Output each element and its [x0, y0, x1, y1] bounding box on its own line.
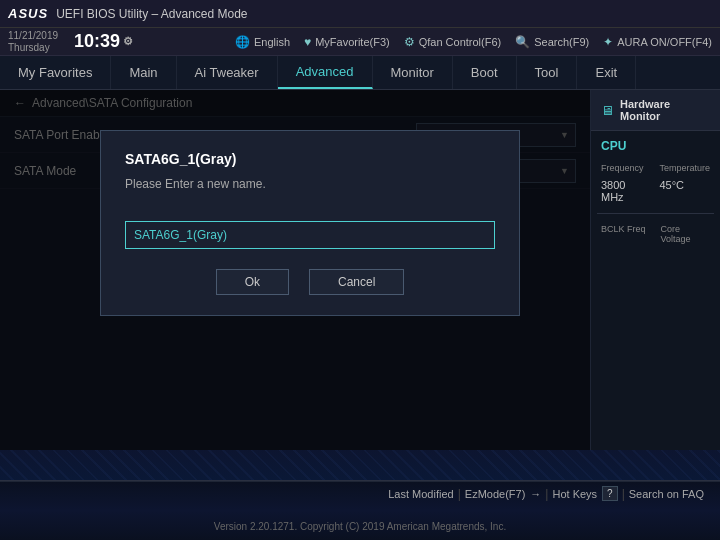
dialog-overlay: SATA6G_1(Gray) Please Enter a new name. …	[0, 90, 590, 480]
search-faq-label: Search on FAQ	[629, 488, 704, 500]
panel-header: 🖥 Hardware Monitor	[591, 90, 720, 131]
footer-pattern	[0, 450, 720, 480]
dialog-description: Please Enter a new name.	[125, 177, 495, 191]
dialog-input[interactable]	[125, 221, 495, 249]
search-label: Search(F9)	[534, 36, 589, 48]
toolbar-items: 🌐 English ♥ MyFavorite(F3) ⚙ Qfan Contro…	[235, 35, 712, 49]
bclk-label: BCLK Freq	[601, 224, 651, 234]
qfan-label: Qfan Control(F6)	[419, 36, 502, 48]
header-bar: ASUS UEFI BIOS Utility – Advanced Mode	[0, 0, 720, 28]
hardware-monitor-panel: 🖥 Hardware Monitor CPU Frequency Tempera…	[590, 90, 720, 480]
language-icon: 🌐	[235, 35, 250, 49]
aura-icon: ✦	[603, 35, 613, 49]
bios-title: UEFI BIOS Utility – Advanced Mode	[56, 7, 247, 21]
asus-logo: ASUS	[8, 6, 48, 21]
favorites-icon: ♥	[304, 35, 311, 49]
toolbar: 11/21/2019 Thursday 10:39 ⚙ 🌐 English ♥ …	[0, 28, 720, 56]
toolbar-search[interactable]: 🔍 Search(F9)	[515, 35, 589, 49]
nav-bar: My Favorites Main Ai Tweaker Advanced Mo…	[0, 56, 720, 90]
time-display: 10:39 ⚙	[74, 31, 133, 52]
core-voltage-label: Core Voltage	[661, 224, 711, 244]
cpu-monitor-grid: Frequency Temperature 3800 MHz 45°C	[591, 157, 720, 209]
toolbar-qfan[interactable]: ⚙ Qfan Control(F6)	[404, 35, 502, 49]
cpu-section-label: CPU	[591, 131, 720, 157]
toolbar-language[interactable]: 🌐 English	[235, 35, 290, 49]
last-modified-label: Last Modified	[388, 488, 453, 500]
monitor-icon: 🖥	[601, 103, 614, 118]
aura-label: AURA ON/OFF(F4)	[617, 36, 712, 48]
main-container: ← Advanced\SATA Configuration SATA Port …	[0, 90, 720, 480]
ok-button[interactable]: Ok	[216, 269, 289, 295]
temperature-label-cell: Temperature	[655, 161, 714, 175]
nav-advanced[interactable]: Advanced	[278, 56, 373, 89]
cancel-button[interactable]: Cancel	[309, 269, 404, 295]
nav-tool[interactable]: Tool	[517, 56, 578, 89]
favorites-label: MyFavorite(F3)	[315, 36, 390, 48]
rename-dialog: SATA6G_1(Gray) Please Enter a new name. …	[100, 130, 520, 316]
footer-copyright: Version 2.20.1271. Copyright (C) 2019 Am…	[0, 521, 720, 532]
nav-main[interactable]: Main	[111, 56, 176, 89]
language-label: English	[254, 36, 290, 48]
footer-search-faq[interactable]: Search on FAQ	[629, 488, 704, 500]
left-content: ← Advanced\SATA Configuration SATA Port …	[0, 90, 590, 480]
toolbar-favorites[interactable]: ♥ MyFavorite(F3)	[304, 35, 390, 49]
footer-hot-keys[interactable]: Hot Keys ?	[552, 486, 617, 501]
frequency-value-cell: 3800 MHz	[597, 177, 653, 205]
footer-ez-mode[interactable]: EzMode(F7) →	[465, 488, 542, 500]
day-display: Thursday	[8, 42, 58, 54]
hot-keys-label: Hot Keys	[552, 488, 597, 500]
toolbar-aura[interactable]: ✦ AURA ON/OFF(F4)	[603, 35, 712, 49]
dialog-buttons: Ok Cancel	[125, 269, 495, 295]
nav-boot[interactable]: Boot	[453, 56, 517, 89]
ez-mode-arrow-icon: →	[530, 488, 541, 500]
cpu-monitor-grid-2: BCLK Freq Core Voltage	[591, 218, 720, 250]
ez-mode-label: EzMode(F7)	[465, 488, 526, 500]
frequency-value: 3800 MHz	[601, 179, 649, 203]
nav-exit[interactable]: Exit	[577, 56, 636, 89]
frequency-label: Frequency	[601, 163, 649, 173]
nav-monitor[interactable]: Monitor	[373, 56, 453, 89]
footer-last-modified: Last Modified	[388, 488, 453, 500]
settings-icon[interactable]: ⚙	[123, 35, 133, 48]
frequency-label-cell: Frequency	[597, 161, 653, 175]
temperature-value-cell: 45°C	[655, 177, 714, 205]
nav-my-favorites[interactable]: My Favorites	[0, 56, 111, 89]
footer: Last Modified | EzMode(F7) → | Hot Keys …	[0, 480, 720, 540]
date-display: 11/21/2019	[8, 30, 58, 42]
hot-keys-badge: ?	[602, 486, 618, 501]
qfan-icon: ⚙	[404, 35, 415, 49]
temperature-value: 45°C	[659, 179, 710, 191]
temperature-label: Temperature	[659, 163, 710, 173]
panel-title: Hardware Monitor	[620, 98, 710, 122]
nav-ai-tweaker[interactable]: Ai Tweaker	[177, 56, 278, 89]
core-voltage-label-cell: Core Voltage	[657, 222, 715, 246]
search-icon: 🔍	[515, 35, 530, 49]
cpu-divider	[597, 213, 714, 214]
dialog-title: SATA6G_1(Gray)	[125, 151, 495, 167]
bclk-label-cell: BCLK Freq	[597, 222, 655, 246]
